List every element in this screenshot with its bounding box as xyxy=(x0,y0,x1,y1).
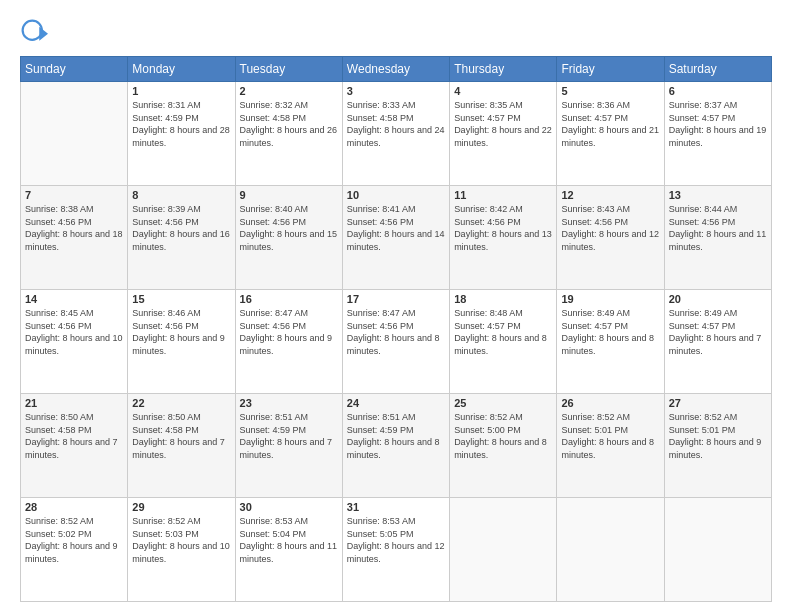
day-info: Sunrise: 8:49 AM Sunset: 4:57 PM Dayligh… xyxy=(669,307,767,357)
calendar-cell: 22Sunrise: 8:50 AM Sunset: 4:58 PM Dayli… xyxy=(128,394,235,498)
calendar-cell: 15Sunrise: 8:46 AM Sunset: 4:56 PM Dayli… xyxy=(128,290,235,394)
day-info: Sunrise: 8:39 AM Sunset: 4:56 PM Dayligh… xyxy=(132,203,230,253)
day-info: Sunrise: 8:53 AM Sunset: 5:05 PM Dayligh… xyxy=(347,515,445,565)
calendar-cell: 7Sunrise: 8:38 AM Sunset: 4:56 PM Daylig… xyxy=(21,186,128,290)
day-info: Sunrise: 8:53 AM Sunset: 5:04 PM Dayligh… xyxy=(240,515,338,565)
day-number: 20 xyxy=(669,293,767,305)
calendar-cell: 27Sunrise: 8:52 AM Sunset: 5:01 PM Dayli… xyxy=(664,394,771,498)
calendar-cell: 14Sunrise: 8:45 AM Sunset: 4:56 PM Dayli… xyxy=(21,290,128,394)
day-info: Sunrise: 8:51 AM Sunset: 4:59 PM Dayligh… xyxy=(240,411,338,461)
day-number: 30 xyxy=(240,501,338,513)
weekday-header: Tuesday xyxy=(235,57,342,82)
calendar-cell: 1Sunrise: 8:31 AM Sunset: 4:59 PM Daylig… xyxy=(128,82,235,186)
day-info: Sunrise: 8:32 AM Sunset: 4:58 PM Dayligh… xyxy=(240,99,338,149)
day-number: 12 xyxy=(561,189,659,201)
calendar-cell xyxy=(557,498,664,602)
day-info: Sunrise: 8:52 AM Sunset: 5:00 PM Dayligh… xyxy=(454,411,552,461)
calendar-cell: 24Sunrise: 8:51 AM Sunset: 4:59 PM Dayli… xyxy=(342,394,449,498)
day-number: 19 xyxy=(561,293,659,305)
day-number: 17 xyxy=(347,293,445,305)
weekday-header: Saturday xyxy=(664,57,771,82)
day-number: 23 xyxy=(240,397,338,409)
day-info: Sunrise: 8:42 AM Sunset: 4:56 PM Dayligh… xyxy=(454,203,552,253)
svg-point-0 xyxy=(23,21,42,40)
day-info: Sunrise: 8:41 AM Sunset: 4:56 PM Dayligh… xyxy=(347,203,445,253)
day-number: 1 xyxy=(132,85,230,97)
day-number: 7 xyxy=(25,189,123,201)
weekday-header: Wednesday xyxy=(342,57,449,82)
day-number: 26 xyxy=(561,397,659,409)
day-info: Sunrise: 8:35 AM Sunset: 4:57 PM Dayligh… xyxy=(454,99,552,149)
day-info: Sunrise: 8:40 AM Sunset: 4:56 PM Dayligh… xyxy=(240,203,338,253)
day-info: Sunrise: 8:48 AM Sunset: 4:57 PM Dayligh… xyxy=(454,307,552,357)
day-info: Sunrise: 8:33 AM Sunset: 4:58 PM Dayligh… xyxy=(347,99,445,149)
day-number: 21 xyxy=(25,397,123,409)
calendar-cell xyxy=(21,82,128,186)
day-number: 13 xyxy=(669,189,767,201)
logo xyxy=(20,18,52,46)
day-info: Sunrise: 8:47 AM Sunset: 4:56 PM Dayligh… xyxy=(347,307,445,357)
calendar-cell: 23Sunrise: 8:51 AM Sunset: 4:59 PM Dayli… xyxy=(235,394,342,498)
day-info: Sunrise: 8:50 AM Sunset: 4:58 PM Dayligh… xyxy=(25,411,123,461)
day-info: Sunrise: 8:52 AM Sunset: 5:01 PM Dayligh… xyxy=(561,411,659,461)
page: SundayMondayTuesdayWednesdayThursdayFrid… xyxy=(0,0,792,612)
calendar-cell: 3Sunrise: 8:33 AM Sunset: 4:58 PM Daylig… xyxy=(342,82,449,186)
calendar-cell: 11Sunrise: 8:42 AM Sunset: 4:56 PM Dayli… xyxy=(450,186,557,290)
day-number: 15 xyxy=(132,293,230,305)
calendar-cell: 21Sunrise: 8:50 AM Sunset: 4:58 PM Dayli… xyxy=(21,394,128,498)
calendar-cell: 10Sunrise: 8:41 AM Sunset: 4:56 PM Dayli… xyxy=(342,186,449,290)
calendar-cell: 20Sunrise: 8:49 AM Sunset: 4:57 PM Dayli… xyxy=(664,290,771,394)
day-info: Sunrise: 8:38 AM Sunset: 4:56 PM Dayligh… xyxy=(25,203,123,253)
calendar-cell xyxy=(664,498,771,602)
day-number: 22 xyxy=(132,397,230,409)
calendar-cell: 9Sunrise: 8:40 AM Sunset: 4:56 PM Daylig… xyxy=(235,186,342,290)
calendar-table: SundayMondayTuesdayWednesdayThursdayFrid… xyxy=(20,56,772,602)
day-info: Sunrise: 8:31 AM Sunset: 4:59 PM Dayligh… xyxy=(132,99,230,149)
calendar-cell: 2Sunrise: 8:32 AM Sunset: 4:58 PM Daylig… xyxy=(235,82,342,186)
calendar-cell: 8Sunrise: 8:39 AM Sunset: 4:56 PM Daylig… xyxy=(128,186,235,290)
day-info: Sunrise: 8:52 AM Sunset: 5:03 PM Dayligh… xyxy=(132,515,230,565)
day-info: Sunrise: 8:43 AM Sunset: 4:56 PM Dayligh… xyxy=(561,203,659,253)
calendar-cell: 17Sunrise: 8:47 AM Sunset: 4:56 PM Dayli… xyxy=(342,290,449,394)
calendar-cell: 28Sunrise: 8:52 AM Sunset: 5:02 PM Dayli… xyxy=(21,498,128,602)
day-number: 8 xyxy=(132,189,230,201)
day-number: 11 xyxy=(454,189,552,201)
day-number: 24 xyxy=(347,397,445,409)
calendar-cell: 4Sunrise: 8:35 AM Sunset: 4:57 PM Daylig… xyxy=(450,82,557,186)
day-number: 29 xyxy=(132,501,230,513)
day-number: 6 xyxy=(669,85,767,97)
calendar-cell: 19Sunrise: 8:49 AM Sunset: 4:57 PM Dayli… xyxy=(557,290,664,394)
header xyxy=(20,18,772,46)
day-number: 31 xyxy=(347,501,445,513)
calendar-cell: 13Sunrise: 8:44 AM Sunset: 4:56 PM Dayli… xyxy=(664,186,771,290)
day-info: Sunrise: 8:49 AM Sunset: 4:57 PM Dayligh… xyxy=(561,307,659,357)
calendar-cell: 18Sunrise: 8:48 AM Sunset: 4:57 PM Dayli… xyxy=(450,290,557,394)
day-info: Sunrise: 8:36 AM Sunset: 4:57 PM Dayligh… xyxy=(561,99,659,149)
day-number: 25 xyxy=(454,397,552,409)
weekday-header: Friday xyxy=(557,57,664,82)
calendar-cell: 6Sunrise: 8:37 AM Sunset: 4:57 PM Daylig… xyxy=(664,82,771,186)
day-number: 9 xyxy=(240,189,338,201)
logo-icon xyxy=(20,18,48,46)
day-number: 2 xyxy=(240,85,338,97)
day-info: Sunrise: 8:52 AM Sunset: 5:02 PM Dayligh… xyxy=(25,515,123,565)
day-number: 27 xyxy=(669,397,767,409)
calendar-cell: 31Sunrise: 8:53 AM Sunset: 5:05 PM Dayli… xyxy=(342,498,449,602)
day-number: 18 xyxy=(454,293,552,305)
day-number: 16 xyxy=(240,293,338,305)
day-number: 14 xyxy=(25,293,123,305)
day-info: Sunrise: 8:37 AM Sunset: 4:57 PM Dayligh… xyxy=(669,99,767,149)
day-info: Sunrise: 8:45 AM Sunset: 4:56 PM Dayligh… xyxy=(25,307,123,357)
day-info: Sunrise: 8:44 AM Sunset: 4:56 PM Dayligh… xyxy=(669,203,767,253)
calendar-cell: 29Sunrise: 8:52 AM Sunset: 5:03 PM Dayli… xyxy=(128,498,235,602)
svg-marker-1 xyxy=(39,27,48,41)
day-number: 3 xyxy=(347,85,445,97)
calendar-cell: 30Sunrise: 8:53 AM Sunset: 5:04 PM Dayli… xyxy=(235,498,342,602)
day-info: Sunrise: 8:50 AM Sunset: 4:58 PM Dayligh… xyxy=(132,411,230,461)
day-number: 4 xyxy=(454,85,552,97)
calendar-cell: 12Sunrise: 8:43 AM Sunset: 4:56 PM Dayli… xyxy=(557,186,664,290)
day-info: Sunrise: 8:46 AM Sunset: 4:56 PM Dayligh… xyxy=(132,307,230,357)
day-number: 28 xyxy=(25,501,123,513)
calendar-cell: 26Sunrise: 8:52 AM Sunset: 5:01 PM Dayli… xyxy=(557,394,664,498)
weekday-header: Thursday xyxy=(450,57,557,82)
